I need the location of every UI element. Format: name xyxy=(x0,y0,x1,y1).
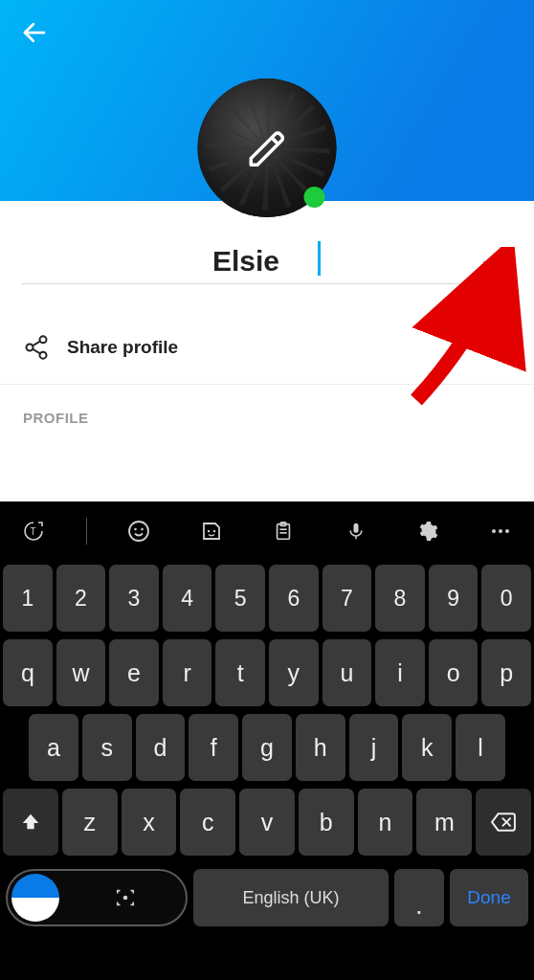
confirm-name-button[interactable] xyxy=(475,243,513,281)
key-g[interactable]: g xyxy=(242,714,292,781)
key-0[interactable]: 0 xyxy=(481,565,531,632)
toolbar-separator xyxy=(86,518,87,545)
svg-line-4 xyxy=(33,342,40,346)
clipboard-icon[interactable] xyxy=(263,511,303,551)
key-q[interactable]: q xyxy=(3,639,53,706)
emoji-icon[interactable] xyxy=(119,511,159,551)
keyboard-row-numbers: 1 2 3 4 5 6 7 8 9 0 xyxy=(3,565,531,632)
key-o[interactable]: o xyxy=(429,639,478,706)
key-r[interactable]: r xyxy=(163,639,212,706)
svg-point-9 xyxy=(141,528,144,531)
on-screen-keyboard: T 1 2 3 4 5 6 7 8 9 0 q xyxy=(0,501,534,980)
name-edit-row xyxy=(0,239,534,284)
text-cursor xyxy=(318,241,321,276)
svg-line-5 xyxy=(33,349,40,354)
svg-point-3 xyxy=(40,352,47,359)
svg-point-20 xyxy=(505,529,509,533)
key-p[interactable]: p xyxy=(481,639,531,706)
gear-icon[interactable] xyxy=(408,511,448,551)
keyboard-bottom-row: English (UK) . Done xyxy=(0,863,534,938)
key-2[interactable]: 2 xyxy=(56,565,106,632)
key-b[interactable]: b xyxy=(299,789,354,856)
avatar-edit-button[interactable] xyxy=(198,78,337,217)
key-j[interactable]: j xyxy=(349,714,399,781)
key-done[interactable]: Done xyxy=(450,869,528,926)
share-profile-label: Share profile xyxy=(67,337,178,358)
keyboard-row-asdf: a s d f g h j k l xyxy=(3,714,531,781)
key-v[interactable]: v xyxy=(239,789,295,856)
key-backspace[interactable] xyxy=(476,789,531,856)
key-c[interactable]: c xyxy=(180,789,235,856)
share-profile-row[interactable]: Share profile xyxy=(0,309,534,385)
key-k[interactable]: k xyxy=(402,714,452,781)
svg-point-11 xyxy=(212,530,214,532)
key-9[interactable]: 9 xyxy=(429,565,478,632)
sticker-icon[interactable] xyxy=(191,511,232,551)
keyboard-toolbar: T xyxy=(0,501,534,561)
key-z[interactable]: z xyxy=(62,789,118,856)
key-8[interactable]: 8 xyxy=(375,565,425,632)
key-space[interactable]: English (UK) xyxy=(193,869,389,926)
more-icon[interactable] xyxy=(480,511,521,551)
key-w[interactable]: w xyxy=(56,639,106,706)
key-shift[interactable] xyxy=(3,789,58,856)
key-u[interactable]: u xyxy=(323,639,372,706)
text-rotate-icon[interactable]: T xyxy=(13,511,54,551)
key-5[interactable]: 5 xyxy=(215,565,265,632)
keyboard-theme-thumb xyxy=(11,874,59,922)
key-h[interactable]: h xyxy=(296,714,345,781)
google-lens-icon[interactable] xyxy=(69,878,182,918)
key-e[interactable]: e xyxy=(109,639,159,706)
back-button[interactable] xyxy=(17,15,52,50)
arrow-left-icon xyxy=(20,18,49,47)
backspace-icon xyxy=(491,813,516,832)
key-f[interactable]: f xyxy=(189,714,238,781)
svg-point-8 xyxy=(134,528,137,531)
mic-icon[interactable] xyxy=(336,511,376,551)
svg-point-18 xyxy=(492,529,496,533)
key-4[interactable]: 4 xyxy=(163,565,212,632)
svg-point-1 xyxy=(40,336,47,343)
key-n[interactable]: n xyxy=(358,789,413,856)
svg-text:T: T xyxy=(31,526,36,537)
svg-point-19 xyxy=(499,529,502,533)
key-7[interactable]: 7 xyxy=(323,565,372,632)
key-3[interactable]: 3 xyxy=(109,565,159,632)
key-1[interactable]: 1 xyxy=(3,565,53,632)
keyboard-row-qwerty: q w e r t y u i o p xyxy=(3,639,531,706)
profile-section-label: PROFILE xyxy=(0,385,534,451)
svg-point-2 xyxy=(27,345,33,351)
shift-icon xyxy=(20,812,41,833)
key-x[interactable]: x xyxy=(122,789,177,856)
keyboard-row-zxcv: z x c v b n m xyxy=(3,789,531,856)
key-a[interactable]: a xyxy=(29,714,78,781)
key-l[interactable]: l xyxy=(456,714,505,781)
keyboard-switcher-pill[interactable] xyxy=(6,869,188,926)
svg-point-23 xyxy=(123,896,128,901)
share-icon xyxy=(23,334,50,361)
key-t[interactable]: t xyxy=(215,639,265,706)
online-status-dot xyxy=(304,187,325,208)
svg-point-10 xyxy=(207,530,209,532)
key-m[interactable]: m xyxy=(416,789,472,856)
svg-rect-16 xyxy=(353,523,358,533)
svg-point-7 xyxy=(129,522,148,541)
key-s[interactable]: s xyxy=(82,714,132,781)
key-y[interactable]: y xyxy=(269,639,319,706)
key-i[interactable]: i xyxy=(375,639,425,706)
checkmark-icon xyxy=(479,248,508,277)
profile-name-input[interactable] xyxy=(21,239,471,284)
key-d[interactable]: d xyxy=(136,714,186,781)
key-period[interactable]: . xyxy=(394,869,444,926)
pencil-icon xyxy=(245,126,289,170)
key-6[interactable]: 6 xyxy=(269,565,319,632)
